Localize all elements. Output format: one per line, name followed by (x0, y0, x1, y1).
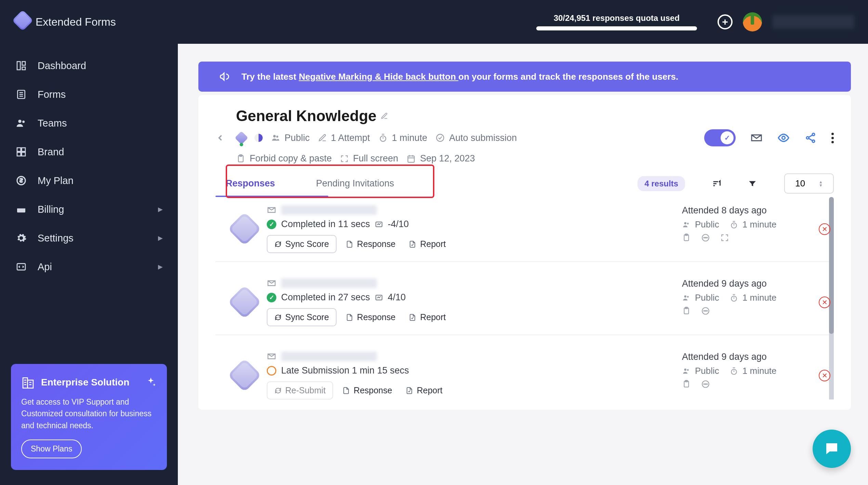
response-avatar-icon (228, 212, 262, 246)
enterprise-promo: Enterprise Solution Get access to VIP Su… (11, 364, 167, 470)
expand-icon[interactable] (720, 233, 729, 242)
svg-point-24 (273, 135, 276, 137)
chat-fab-button[interactable] (813, 430, 851, 468)
response-link[interactable]: Response (341, 235, 400, 253)
response-avatar-icon (228, 358, 262, 392)
svg-point-30 (782, 136, 785, 140)
response-row: ✓Completed in 27 secs4/10Sync ScoreRespo… (215, 270, 834, 326)
sidebar-item-settings[interactable]: Settings▶ (0, 224, 178, 252)
response-link[interactable]: Response (341, 308, 400, 326)
clipboard-icon[interactable] (682, 306, 691, 315)
promo-description: Get access to VIP Support and Customized… (21, 396, 157, 432)
sidebar-item-forms[interactable]: Forms (0, 80, 178, 109)
sidebar-item-teams[interactable]: Teams (0, 109, 178, 137)
sidebar: DashboardFormsTeamsBrandMy PlanBilling▶S… (0, 0, 178, 485)
svg-rect-15 (17, 207, 25, 208)
svg-point-58 (684, 295, 687, 298)
dots-horizontal-icon[interactable] (701, 380, 710, 389)
sidebar-item-label: Teams (38, 118, 67, 129)
score-value: 4/10 (388, 292, 406, 303)
sync-score-button[interactable]: Sync Score (267, 235, 337, 253)
results-count-pill: 4 results (637, 176, 685, 191)
svg-point-69 (684, 368, 687, 371)
theme-icon[interactable] (254, 134, 263, 142)
svg-rect-17 (23, 378, 27, 388)
brand[interactable]: Extended Forms (14, 14, 116, 29)
dots-horizontal-icon[interactable] (701, 233, 710, 242)
page-size-select[interactable]: 10 ▲▼ (784, 173, 834, 194)
enable-toggle[interactable] (704, 129, 736, 146)
sidebar-item-dashboard[interactable]: Dashboard (0, 51, 178, 80)
sidebar-item-my-plan[interactable]: My Plan (0, 166, 178, 195)
sync-score-button[interactable]: Sync Score (267, 308, 337, 326)
sidebar-item-api[interactable]: Api▶ (0, 252, 178, 281)
people-icon (271, 133, 280, 143)
share-icon[interactable] (805, 132, 816, 144)
svg-point-70 (687, 369, 689, 371)
delete-response-button[interactable]: ✕ (819, 370, 830, 381)
envelope-icon (267, 205, 276, 215)
sidebar-item-label: Forms (38, 89, 66, 100)
svg-point-31 (812, 133, 815, 136)
sparkle-icon (145, 377, 157, 388)
banner-link[interactable]: Negative Marking & Hide back button (299, 71, 459, 82)
megaphone-icon (219, 70, 231, 83)
promo-title: Enterprise Solution (41, 377, 129, 388)
resubmit-button[interactable]: Re-Submit (267, 381, 333, 399)
people-icon (15, 117, 27, 129)
attempts-meta: 1 Attempt (318, 133, 370, 143)
clipboard-icon[interactable] (682, 380, 691, 389)
svg-point-66 (704, 311, 705, 311)
visibility-item: Public (682, 366, 719, 376)
quota-text: 30/24,951 responses quota used (554, 13, 680, 23)
response-link[interactable]: Response (338, 381, 396, 399)
sidebar-item-brand[interactable]: Brand (0, 137, 178, 166)
calendar-icon (406, 154, 416, 163)
attended-label: Attended 9 days ago (682, 278, 798, 289)
svg-point-55 (705, 237, 706, 238)
eye-icon[interactable] (777, 132, 790, 144)
svg-rect-10 (22, 148, 25, 152)
form-preset-icon[interactable] (235, 131, 248, 145)
report-link[interactable]: Report (404, 235, 450, 253)
tabs: Responses Pending Invitations 4 results … (215, 166, 834, 194)
report-link[interactable]: Report (401, 381, 447, 399)
svg-point-79 (707, 384, 707, 384)
building-icon (21, 376, 35, 389)
delete-response-button[interactable]: ✕ (819, 223, 830, 235)
svg-point-29 (437, 134, 444, 142)
user-avatar[interactable] (743, 12, 762, 31)
filter-icon[interactable] (748, 179, 757, 188)
dots-horizontal-icon[interactable] (701, 306, 710, 315)
visibility-item: Public (682, 292, 719, 303)
svg-rect-2 (22, 67, 25, 70)
envelope-icon (267, 352, 276, 361)
sidebar-item-label: My Plan (38, 175, 74, 186)
delete-response-button[interactable]: ✕ (819, 297, 830, 308)
add-button[interactable]: + (718, 14, 733, 29)
svg-rect-12 (22, 152, 25, 156)
brand-logo-icon (12, 10, 33, 31)
more-options-button[interactable] (831, 133, 834, 143)
edit-icon[interactable] (381, 112, 388, 120)
mail-icon[interactable] (751, 132, 762, 144)
sort-icon[interactable] (712, 179, 721, 188)
svg-point-54 (704, 237, 705, 238)
svg-rect-18 (27, 380, 33, 388)
svg-rect-38 (408, 156, 415, 162)
svg-rect-1 (22, 62, 25, 65)
sidebar-item-billing[interactable]: Billing▶ (0, 195, 178, 224)
svg-point-8 (22, 121, 25, 123)
gear-icon (15, 232, 27, 244)
quota: 30/24,951 responses quota used (536, 13, 697, 30)
main-content: Try the latest Negative Marking & Hide b… (178, 0, 868, 485)
report-link[interactable]: Report (404, 308, 450, 326)
clipboard-icon[interactable] (682, 233, 691, 242)
svg-line-35 (809, 139, 813, 141)
show-plans-button[interactable]: Show Plans (21, 440, 82, 458)
back-button[interactable] (215, 133, 228, 143)
envelope-icon (267, 278, 276, 288)
check-icon: ✓ (267, 293, 276, 302)
status-text: Completed in 27 secs (281, 292, 370, 303)
fullscreen-meta: Full screen (340, 153, 398, 164)
